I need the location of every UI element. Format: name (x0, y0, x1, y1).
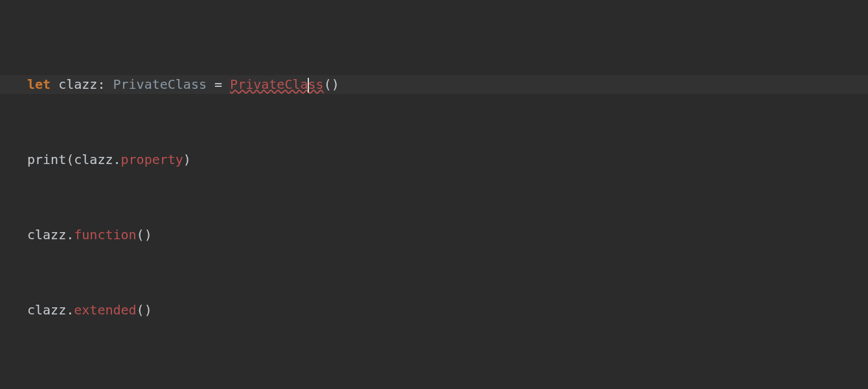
error-reference: ss (308, 77, 324, 92)
keyword-let: let (27, 77, 51, 92)
identifier: print (27, 152, 66, 167)
member-ref: property (121, 152, 183, 167)
code-editor[interactable]: let clazz: PrivateClass = PrivateClass()… (0, 0, 868, 389)
code-line[interactable]: clazz.function() (0, 226, 868, 244)
member-ref: function (74, 227, 136, 242)
identifier: clazz (58, 77, 97, 92)
blank-line (0, 376, 868, 389)
code-line[interactable]: clazz.extended() (0, 301, 868, 320)
member-ref: extended (74, 302, 136, 318)
type-annotation: PrivateClass (113, 77, 207, 92)
error-reference: PrivateCla (230, 77, 308, 92)
text-cursor (308, 78, 309, 93)
code-line[interactable]: let clazz: PrivateClass = PrivateClass() (0, 75, 868, 94)
code-line[interactable]: print(clazz.property) (0, 150, 868, 169)
